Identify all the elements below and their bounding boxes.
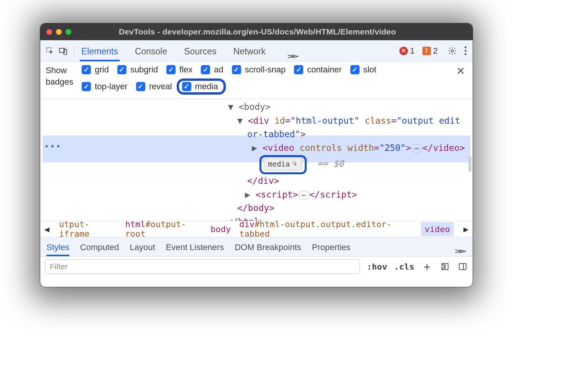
computed-styles-icon[interactable]: [440, 261, 450, 272]
badge-checkbox-flex[interactable]: ✓flex: [166, 65, 192, 75]
svg-rect-6: [459, 264, 466, 270]
cls-toggle[interactable]: .cls: [394, 262, 414, 272]
warning-count[interactable]: ! 2: [422, 46, 438, 56]
more-menu-icon[interactable]: [465, 46, 466, 55]
inspect-element-icon[interactable]: [45, 46, 56, 56]
device-toolbar-icon[interactable]: [58, 46, 69, 56]
badge-checkbox-grid: ✓grid ✓subgrid ✓flex ✓ad ✓scroll-snap ✓c…: [82, 65, 411, 95]
badge-checkbox-subgrid[interactable]: ✓subgrid: [117, 65, 158, 75]
crumb-iframe[interactable]: utput-iframe: [59, 219, 117, 239]
badge-checkbox-media[interactable]: ✓media: [182, 82, 218, 92]
inspect-small-icon: [292, 161, 298, 167]
subtab-computed[interactable]: Computed: [80, 242, 119, 256]
dom-node-html-close[interactable]: </html>: [40, 215, 473, 221]
tab-elements[interactable]: Elements: [80, 46, 120, 61]
styles-toolbar: Filter :hov .cls ＋: [40, 257, 473, 277]
tab-network[interactable]: Network: [232, 46, 267, 61]
subtab-layout[interactable]: Layout: [130, 242, 155, 256]
dom-breadcrumb: ◀ utput-iframe html#output-root body div…: [40, 221, 473, 237]
dom-node-video[interactable]: ▶ <video controls width="250">⋯</video>: [40, 141, 473, 155]
close-badges-icon[interactable]: ✕: [456, 65, 467, 77]
dom-node-body-close[interactable]: </body>: [40, 201, 473, 215]
error-number: 1: [410, 46, 415, 56]
badge-checkbox-container[interactable]: ✓container: [294, 65, 342, 75]
error-icon: ✕: [399, 47, 408, 55]
badge-checkbox-slot[interactable]: ✓slot: [350, 65, 376, 75]
styles-filter-input[interactable]: Filter: [45, 259, 360, 274]
media-badge-highlight: media: [260, 155, 307, 174]
media-badge[interactable]: media: [264, 157, 302, 171]
tab-sources[interactable]: Sources: [182, 46, 218, 61]
traffic-zoom-icon[interactable]: [66, 29, 71, 35]
dom-node-div-open-2[interactable]: or-tabbed">: [40, 128, 473, 141]
crumb-body[interactable]: body: [210, 224, 231, 234]
tab-console[interactable]: Console: [133, 46, 169, 61]
hov-toggle[interactable]: :hov: [367, 262, 387, 272]
badge-checkbox-ad[interactable]: ✓ad: [201, 65, 223, 75]
traffic-close-icon[interactable]: [46, 29, 52, 35]
filter-placeholder: Filter: [50, 262, 68, 271]
subtab-dom-breakpoints[interactable]: DOM Breakpoints: [235, 242, 301, 256]
error-count[interactable]: ✕ 1: [399, 46, 415, 56]
subtab-styles[interactable]: Styles: [46, 242, 69, 256]
warning-number: 2: [433, 46, 438, 56]
dom-tree-view[interactable]: ••• ▼ <body> ▼ <div id="html-output" cla…: [40, 99, 473, 221]
toggle-sidebar-icon[interactable]: [457, 261, 468, 272]
separator: [74, 45, 74, 57]
settings-gear-icon[interactable]: [447, 46, 458, 56]
svg-point-3: [451, 49, 453, 52]
warning-icon: !: [422, 47, 431, 55]
badge-checkbox-media-highlight: ✓media: [177, 79, 226, 95]
dom-node-div-close[interactable]: </div>: [40, 174, 473, 188]
dom-node-div-open[interactable]: ▼ <div id="html-output" class="output ed…: [40, 114, 473, 128]
dom-node-video-badge-row[interactable]: media == $0: [40, 155, 473, 174]
new-style-rule-icon[interactable]: ＋: [421, 259, 433, 275]
badge-checkbox-grid-item[interactable]: ✓grid: [82, 65, 109, 75]
badge-checkbox-top-layer[interactable]: ✓top-layer: [82, 82, 128, 92]
crumb-video[interactable]: video: [421, 222, 454, 236]
dom-node-body[interactable]: ▼ <body>: [40, 100, 473, 114]
panel-tabs: Elements Console Sources Network ≫: [80, 40, 299, 61]
devtools-window: DevTools - developer.mozilla.org/en-US/d…: [40, 23, 473, 287]
sub-panel-tabs: Styles Computed Layout Event Listeners D…: [40, 237, 473, 257]
badge-checkbox-reveal[interactable]: ✓reveal: [136, 82, 172, 92]
crumb-html[interactable]: html#output-root: [125, 219, 202, 239]
subtab-overflow-icon[interactable]: ≫: [455, 249, 466, 254]
window-titlebar: DevTools - developer.mozilla.org/en-US/d…: [40, 23, 473, 40]
crumb-div[interactable]: div#html-output.output.editor-tabbed: [239, 219, 412, 239]
traffic-minimize-icon[interactable]: [56, 29, 62, 35]
dom-node-script[interactable]: ▶ <script>⋯</script>: [40, 188, 473, 202]
show-badges-label: Showbadges: [46, 65, 73, 87]
window-title: DevTools - developer.mozilla.org/en-US/d…: [75, 27, 440, 36]
show-badges-row: Showbadges ✓grid ✓subgrid ✓flex ✓ad ✓scr…: [40, 62, 473, 99]
breadcrumb-left-icon[interactable]: ◀: [43, 225, 51, 233]
badge-checkbox-scroll-snap[interactable]: ✓scroll-snap: [232, 65, 286, 75]
subtab-properties[interactable]: Properties: [312, 242, 350, 256]
breadcrumb-right-icon[interactable]: ▶: [462, 225, 470, 233]
subtab-event-listeners[interactable]: Event Listeners: [166, 242, 224, 256]
more-tabs-icon[interactable]: ≫: [287, 54, 299, 59]
main-toolbar: Elements Console Sources Network ≫ ✕ 1 !…: [40, 40, 473, 62]
